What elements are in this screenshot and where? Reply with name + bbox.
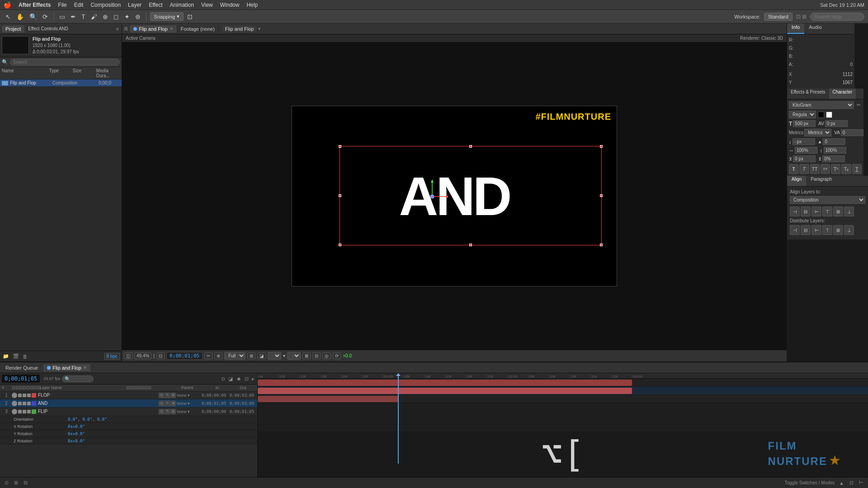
tab-align[interactable]: Align bbox=[787, 176, 806, 186]
dist-top-btn[interactable]: ⊤ bbox=[822, 225, 832, 235]
bar-flop[interactable] bbox=[258, 380, 632, 386]
baseline2-input[interactable] bbox=[793, 155, 816, 162]
toolbar-text-tool[interactable]: T bbox=[80, 12, 87, 21]
style-selector[interactable]: Regular bbox=[789, 111, 816, 118]
tracking-input[interactable] bbox=[825, 120, 848, 127]
layer-2-color[interactable] bbox=[32, 401, 36, 406]
panel-menu-btn[interactable]: ≡ bbox=[115, 26, 120, 32]
switch-3c[interactable]: ⊠ bbox=[170, 409, 176, 414]
toolbar-hand-tool[interactable]: ✋ bbox=[14, 12, 26, 21]
toolbar-brush-tool[interactable]: 🖌 bbox=[89, 12, 99, 21]
zoom-display[interactable]: 49.4% bbox=[134, 352, 151, 359]
metrics-select[interactable]: Metrics bbox=[804, 129, 831, 136]
toggle-modes-label[interactable]: Toggle Switches / Modes bbox=[784, 480, 835, 485]
dist-bottom-btn[interactable]: ⊥ bbox=[844, 225, 854, 235]
menu-after-effects[interactable]: After Effects bbox=[19, 2, 51, 8]
comp-name-breadcrumb[interactable]: Flip and Flop bbox=[222, 26, 257, 32]
tab-timeline-comp[interactable]: Flip and Flop ✕ bbox=[43, 364, 90, 371]
sub-btn[interactable]: T₂ bbox=[841, 164, 851, 174]
menu-help[interactable]: Help bbox=[246, 2, 258, 8]
toolbar-zoom-tool[interactable]: 🔍 bbox=[28, 12, 39, 21]
timeline-comp-close[interactable]: ✕ bbox=[83, 365, 87, 370]
project-item[interactable]: Flip and Flop Composition 0;00;0 bbox=[0, 80, 122, 86]
bar-and[interactable] bbox=[258, 388, 632, 394]
hide-shy-btn[interactable]: ☻ bbox=[235, 375, 242, 382]
toolbar-pen-tool[interactable]: ✒ bbox=[69, 12, 78, 21]
footer-btn-1[interactable]: ⊙ bbox=[4, 479, 9, 486]
layer-2-audio[interactable] bbox=[18, 402, 22, 405]
switch-1a[interactable]: ⊡ bbox=[159, 393, 164, 398]
align-bottom-btn[interactable]: ⊥ bbox=[844, 206, 854, 216]
menu-file[interactable]: File bbox=[58, 2, 66, 8]
timeline-tracks[interactable]: 0s 05f 10f 15f 20f 25f 01:00 05f 10f 15f… bbox=[258, 373, 868, 477]
clip-btn[interactable]: ✂ bbox=[204, 352, 212, 359]
search-help-input[interactable] bbox=[810, 13, 864, 21]
layer-3-lock[interactable] bbox=[27, 410, 31, 413]
italic-btn[interactable]: T bbox=[799, 164, 809, 174]
toolbar-magnet[interactable]: ⊡ bbox=[185, 12, 194, 21]
quality-select[interactable]: Full bbox=[224, 352, 245, 360]
comp-tab-flip-flop[interactable]: Flip and Flop ✕ bbox=[130, 25, 177, 33]
tab-effect-controls[interactable]: Effect Controls AND bbox=[24, 25, 72, 32]
footer-home-btn[interactable]: ⊡ bbox=[849, 479, 854, 486]
layer-1-lock[interactable] bbox=[27, 394, 31, 397]
project-search-input[interactable] bbox=[10, 59, 120, 66]
color-swatch-white[interactable] bbox=[826, 112, 832, 118]
snapping-button[interactable]: Snapping ▾ bbox=[150, 12, 184, 21]
layer-3-solo[interactable] bbox=[23, 410, 26, 413]
playhead-marker[interactable] bbox=[396, 373, 401, 378]
layer-2-solo[interactable] bbox=[23, 402, 26, 405]
caps-btn[interactable]: TT bbox=[810, 164, 820, 174]
menu-composition[interactable]: Composition bbox=[90, 2, 121, 8]
switch-3a[interactable]: ⊡ bbox=[159, 409, 164, 414]
toolbar-roto-tool[interactable]: ✦ bbox=[123, 12, 132, 21]
switch-2c[interactable]: ⊠ bbox=[170, 401, 176, 406]
bpc-display[interactable]: 8 bpc bbox=[104, 353, 120, 360]
menu-layer[interactable]: Layer bbox=[128, 2, 142, 8]
grid-btn[interactable]: ⊠ bbox=[302, 352, 311, 359]
timeline-timecode[interactable]: 0;00;01;05 bbox=[2, 375, 40, 383]
small-caps-btn[interactable]: TT bbox=[821, 164, 830, 174]
font-edit-btn[interactable]: ✏ bbox=[856, 102, 862, 108]
leading-input[interactable] bbox=[793, 138, 815, 145]
font-size-input[interactable] bbox=[793, 120, 816, 127]
enable-frames-btn[interactable]: ⊡ bbox=[244, 375, 250, 382]
layer-1-vis[interactable] bbox=[12, 393, 17, 398]
workspace-selector[interactable]: Standard bbox=[764, 13, 793, 21]
menu-animation[interactable]: Animation bbox=[170, 2, 194, 8]
layer-3-vis[interactable] bbox=[12, 409, 17, 414]
font-selector[interactable]: KiloGram bbox=[789, 101, 854, 109]
comp-tab-footage[interactable]: Footage (none) bbox=[177, 25, 219, 33]
switch-2a[interactable]: ⊡ bbox=[159, 401, 164, 406]
tab-project[interactable]: Project bbox=[2, 25, 24, 33]
dist-center-h-btn[interactable]: ⊟ bbox=[801, 225, 811, 235]
delete-item-btn[interactable]: 🗑 bbox=[22, 353, 28, 360]
align-left-btn[interactable]: ⊣ bbox=[790, 206, 800, 216]
tab-audio[interactable]: Audio bbox=[804, 23, 826, 34]
new-folder-btn[interactable]: 📁 bbox=[2, 353, 10, 360]
layer-row-flip[interactable]: 3 FLIP ⊡ ✎ ⊠ None ▾ 0;00;00;00 0;00;01;0… bbox=[0, 408, 257, 416]
switch-1b[interactable]: ✎ bbox=[165, 393, 170, 398]
viewer[interactable]: #FILMNURTURE AND bbox=[122, 42, 787, 350]
layer-1-color[interactable] bbox=[32, 393, 36, 398]
footer-btn-2[interactable]: ⊞ bbox=[13, 479, 19, 486]
switch-2b[interactable]: ✎ bbox=[165, 401, 170, 406]
layer-search[interactable] bbox=[62, 375, 94, 382]
cache-btn[interactable]: ▸ bbox=[251, 375, 255, 382]
toolbar-eraser-tool[interactable]: ◻ bbox=[112, 12, 121, 21]
region-btn[interactable]: ⊞ bbox=[247, 352, 255, 359]
track-area[interactable] bbox=[258, 379, 868, 432]
layer-row-flop[interactable]: 1 FLOP ⊡ ✎ ⊠ None ▾ 0;00;00;00 0;00;03;0… bbox=[0, 391, 257, 399]
draft-btn[interactable]: ◪ bbox=[227, 375, 234, 382]
tab-effects-presets[interactable]: Effects & Presets bbox=[787, 89, 829, 99]
va-input[interactable] bbox=[841, 129, 863, 136]
new-comp-btn[interactable]: 🎬 bbox=[12, 353, 20, 360]
layer-2-vis[interactable] bbox=[12, 401, 17, 406]
align-right-btn[interactable]: ⊢ bbox=[811, 206, 821, 216]
under-btn[interactable]: T bbox=[852, 164, 862, 174]
tab-paragraph[interactable]: Paragraph bbox=[806, 176, 836, 186]
toolbar-rotate-tool[interactable]: ⟳ bbox=[41, 12, 50, 21]
menu-edit[interactable]: Edit bbox=[74, 2, 84, 8]
scale-h-input[interactable] bbox=[795, 147, 817, 154]
layer-1-solo[interactable] bbox=[23, 394, 26, 397]
